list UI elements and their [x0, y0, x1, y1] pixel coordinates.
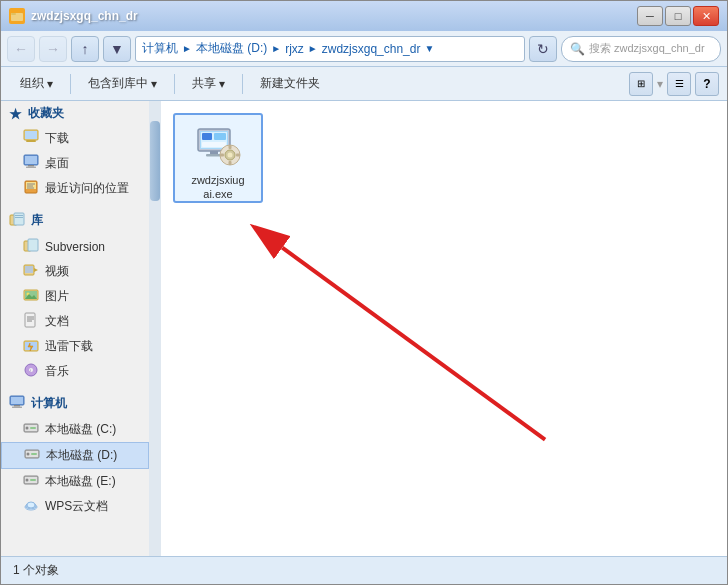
share-button[interactable]: 共享 ▾	[181, 71, 236, 97]
svg-rect-19	[28, 239, 38, 251]
svg-line-73	[282, 248, 545, 440]
title-bar-controls: ─ □ ✕	[637, 6, 719, 26]
svg-rect-4	[26, 140, 36, 142]
toolbar-separator-2	[174, 74, 175, 94]
subversion-icon	[23, 237, 39, 256]
sidebar-label-e-drive: 本地磁盘 (E:)	[45, 473, 116, 490]
svg-marker-21	[34, 268, 38, 272]
new-folder-button[interactable]: 新建文件夹	[249, 71, 331, 97]
search-icon: 🔍	[570, 42, 585, 56]
svg-point-67	[228, 153, 233, 158]
sidebar-scroll: ★ 收藏夹 下载	[1, 101, 161, 556]
include-button[interactable]: 包含到库中 ▾	[77, 71, 168, 97]
status-count: 1 个对象	[13, 562, 59, 579]
close-button[interactable]: ✕	[693, 6, 719, 26]
view-separator: ▾	[657, 77, 663, 91]
svg-rect-39	[14, 405, 20, 407]
svg-rect-27	[25, 313, 35, 327]
sidebar-item-e-drive[interactable]: 本地磁盘 (E:)	[1, 469, 149, 494]
library-section: 库 Subversion	[1, 207, 149, 384]
sidebar-label-c-drive: 本地磁盘 (C:)	[45, 421, 116, 438]
search-box[interactable]: 🔍 搜索 zwdzjsxgq_chn_dr	[561, 36, 721, 62]
computer-section: 计算机 本地磁盘 (C:)	[1, 390, 149, 519]
help-button[interactable]: ?	[695, 72, 719, 96]
computer-label: 计算机	[31, 395, 67, 412]
refresh-button[interactable]: ↻	[529, 36, 557, 62]
sidebar-item-docs[interactable]: 文档	[1, 309, 149, 334]
address-path[interactable]: 计算机 ► 本地磁盘 (D:) ► rjxz ► zwdzjsxgq_chn_d…	[135, 36, 525, 62]
file-icon-exe[interactable]: zwdzjsxiugai.exe	[173, 113, 263, 203]
breadcrumb-computer[interactable]: 计算机	[142, 40, 178, 57]
sidebar-item-desktop[interactable]: 桌面	[1, 151, 149, 176]
library-header[interactable]: 库	[1, 207, 149, 234]
title-bar: zwdzjsxgq_chn_dr ─ □ ✕	[1, 1, 727, 31]
sidebar: ★ 收藏夹 下载	[1, 101, 149, 556]
svg-rect-40	[12, 407, 22, 409]
sidebar-item-d-drive[interactable]: 本地磁盘 (D:)	[1, 442, 149, 469]
folder-icon	[9, 8, 25, 24]
address-bar: ← → ↑ ▼ 计算机 ► 本地磁盘 (D:) ► rjxz ► zwdzjsx…	[1, 31, 727, 67]
favorites-section: ★ 收藏夹 下载	[1, 101, 149, 201]
pictures-icon	[23, 287, 39, 306]
sidebar-item-c-drive[interactable]: 本地磁盘 (C:)	[1, 417, 149, 442]
svg-rect-8	[26, 167, 36, 169]
svg-rect-68	[229, 145, 232, 149]
breadcrumb-folder[interactable]: zwdzjsxgq_chn_dr	[322, 42, 421, 56]
organize-label: 组织	[20, 75, 44, 92]
sidebar-label-subversion: Subversion	[45, 240, 105, 254]
include-label: 包含到库中	[88, 75, 148, 92]
svg-rect-7	[28, 165, 34, 167]
breadcrumb: 计算机 ► 本地磁盘 (D:) ► rjxz ► zwdzjsxgq_chn_d…	[142, 40, 436, 57]
svg-rect-60	[202, 133, 212, 140]
minimize-button[interactable]: ─	[637, 6, 663, 26]
forward-button[interactable]: →	[39, 36, 67, 62]
sidebar-item-music[interactable]: ♪ 音乐	[1, 359, 149, 384]
wps-cloud-icon	[23, 497, 39, 516]
scrollbar-thumb[interactable]	[150, 121, 160, 201]
favorites-icon: ★	[9, 106, 22, 122]
computer-icon	[9, 394, 25, 413]
music-icon: ♪	[23, 362, 39, 381]
maximize-button[interactable]: □	[665, 6, 691, 26]
sidebar-item-subversion[interactable]: Subversion	[1, 234, 149, 259]
sidebar-label-d-drive: 本地磁盘 (D:)	[46, 447, 117, 464]
organize-dropdown-icon: ▾	[47, 77, 53, 91]
sidebar-label-thunder: 迅雷下载	[45, 338, 93, 355]
e-drive-icon	[23, 472, 39, 491]
sidebar-item-pictures[interactable]: 图片	[1, 284, 149, 309]
svg-rect-44	[30, 427, 36, 429]
thunder-icon	[23, 337, 39, 356]
svg-rect-48	[31, 453, 37, 455]
svg-rect-38	[11, 397, 23, 404]
back-button[interactable]: ←	[7, 36, 35, 62]
sidebar-item-video[interactable]: 视频	[1, 259, 149, 284]
organize-button[interactable]: 组织 ▾	[9, 71, 64, 97]
breadcrumb-rjxz[interactable]: rjxz	[285, 42, 304, 56]
sidebar-scrollbar[interactable]	[149, 101, 161, 556]
sidebar-label-download: 下载	[45, 130, 69, 147]
up-button[interactable]: ↑	[71, 36, 99, 62]
sidebar-label-recent: 最近访问的位置	[45, 180, 129, 197]
svg-point-56	[27, 502, 35, 508]
computer-header[interactable]: 计算机	[1, 390, 149, 417]
sidebar-item-download[interactable]: 下载	[1, 126, 149, 151]
svg-rect-17	[15, 217, 23, 218]
sidebar-label-desktop: 桌面	[45, 155, 69, 172]
svg-point-51	[26, 479, 29, 482]
breadcrumb-drive[interactable]: 本地磁盘 (D:)	[196, 40, 267, 57]
favorites-header[interactable]: ★ 收藏夹	[1, 101, 149, 126]
sidebar-item-thunder[interactable]: 迅雷下载	[1, 334, 149, 359]
sidebar-item-recent[interactable]: 最近访问的位置	[1, 176, 149, 201]
share-label: 共享	[192, 75, 216, 92]
svg-rect-70	[220, 154, 224, 157]
sidebar-label-music: 音乐	[45, 363, 69, 380]
svg-rect-52	[30, 479, 36, 481]
library-icon	[9, 211, 25, 230]
svg-rect-62	[202, 142, 226, 147]
sidebar-item-wps-cloud[interactable]: WPS云文档	[1, 494, 149, 519]
view-button-2[interactable]: ☰	[667, 72, 691, 96]
view-button-1[interactable]: ⊞	[629, 72, 653, 96]
dropdown-button[interactable]: ▼	[103, 36, 131, 62]
exe-file-label: zwdzjsxiugai.exe	[191, 173, 244, 202]
video-icon	[23, 262, 39, 281]
